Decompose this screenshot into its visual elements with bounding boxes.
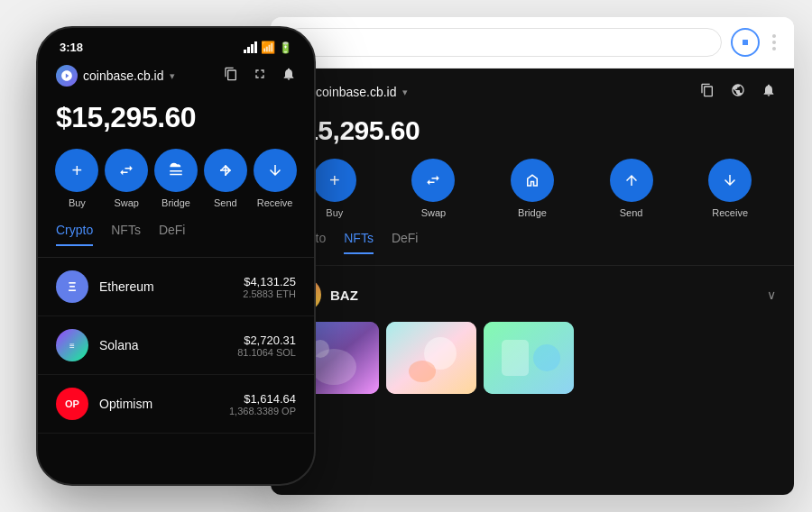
browser-bridge-action[interactable]: Bridge	[511, 159, 554, 218]
account-name: coinbase.cb.id	[83, 69, 164, 83]
browser-buy-circle[interactable]: +	[313, 159, 356, 202]
asset-list: Ξ Ethereum $4,131.25 2.5883 ETH ≡ Solana…	[38, 258, 314, 484]
solana-usd: $2,720.31	[237, 334, 296, 347]
browser-receive-action[interactable]: Receive	[708, 159, 752, 218]
receive-label: Receive	[257, 197, 293, 208]
bridge-circle[interactable]	[154, 149, 198, 192]
optimism-usd: $1,614.64	[229, 392, 296, 406]
solana-icon: ≡	[56, 329, 88, 361]
account-avatar	[56, 65, 78, 87]
buy-action[interactable]: + Buy	[55, 149, 98, 208]
browser-bridge-label: Bridge	[518, 207, 547, 218]
scene: 3:18 📶 🔋 c	[18, 17, 794, 495]
bridge-action[interactable]: Bridge	[154, 149, 198, 208]
dot1	[772, 34, 776, 38]
browser-chrome	[271, 17, 794, 69]
browser-tab-nfts[interactable]: NFTs	[344, 231, 374, 254]
browser-receive-circle[interactable]	[708, 159, 752, 202]
dot3	[772, 47, 776, 50]
expand-icon[interactable]	[253, 67, 267, 85]
browser-send-action[interactable]: Send	[610, 159, 653, 218]
browser-globe-icon[interactable]	[731, 83, 745, 101]
mobile-phone: 3:18 📶 🔋 c	[36, 26, 316, 486]
optimism-icon: OP	[56, 388, 88, 420]
send-circle[interactable]	[204, 149, 247, 192]
balance-section: $15,295.60	[38, 97, 314, 149]
browser-app-header: coinbase.cb.id ▾	[271, 69, 794, 112]
bell-icon[interactable]	[281, 67, 296, 85]
nft-collection-name: BAZ	[330, 288, 358, 303]
tab-nfts[interactable]: NFTs	[111, 223, 141, 246]
ethereum-crypto: 2.5883 ETH	[243, 288, 296, 299]
swap-action[interactable]: Swap	[105, 149, 148, 208]
action-buttons: + Buy Swap Bridge	[38, 149, 314, 223]
browser-window: coinbase.cb.id ▾	[271, 17, 794, 495]
browser-buy-action[interactable]: + Buy	[313, 159, 356, 218]
browser-copy-icon[interactable]	[700, 83, 715, 101]
browser-bell-icon[interactable]	[761, 83, 776, 101]
balance-amount: $15,295.60	[56, 101, 296, 134]
browser-buy-label: Buy	[326, 207, 343, 218]
browser-send-circle[interactable]	[610, 159, 653, 202]
copy-icon[interactable]	[224, 67, 238, 85]
solana-crypto: 81.1064 SOL	[237, 347, 296, 358]
buy-label: Buy	[69, 197, 86, 208]
send-label: Send	[214, 197, 237, 208]
url-bar[interactable]	[285, 28, 722, 57]
browser-action-buttons: + Buy Swap Bridge	[271, 159, 794, 231]
signal-icon	[244, 41, 257, 53]
swap-circle[interactable]	[105, 149, 148, 192]
nft-collection-header[interactable]: B BAZ ∨	[289, 279, 776, 311]
buy-circle[interactable]: +	[55, 149, 98, 192]
status-icons: 📶 🔋	[244, 41, 292, 54]
phone-tabs: Crypto NFTs DeFi	[38, 223, 314, 258]
ethereum-name: Ethereum	[99, 279, 243, 294]
nft-chevron-icon[interactable]: ∨	[767, 288, 776, 302]
browser-account-name: coinbase.cb.id	[316, 85, 397, 99]
browser-content: coinbase.cb.id ▾	[271, 69, 794, 495]
browser-app: coinbase.cb.id ▾	[271, 69, 794, 495]
nft-thumbnail-3[interactable]	[484, 322, 574, 394]
browser-menu-dots[interactable]	[769, 34, 780, 50]
nft-thumbnail-2[interactable]	[386, 322, 476, 394]
ethereum-usd: $4,131.25	[243, 275, 296, 288]
svg-point-8	[409, 361, 436, 382]
bridge-label: Bridge	[161, 197, 190, 208]
time-display: 3:18	[60, 41, 83, 54]
asset-ethereum[interactable]: Ξ Ethereum $4,131.25 2.5883 ETH	[38, 258, 314, 316]
browser-swap-label: Swap	[421, 207, 447, 218]
asset-solana[interactable]: ≡ Solana $2,720.31 81.1064 SOL	[38, 316, 314, 375]
browser-send-label: Send	[620, 207, 643, 218]
browser-header-icons	[700, 83, 776, 101]
optimism-name: Optimism	[99, 397, 229, 411]
status-bar: 3:18 📶 🔋	[38, 28, 314, 61]
browser-swap-action[interactable]: Swap	[411, 159, 455, 218]
browser-dropdown-arrow: ▾	[402, 87, 408, 98]
phone-header-icons	[224, 67, 296, 85]
nft-grid	[289, 322, 776, 394]
stop-button[interactable]	[731, 28, 760, 57]
optimism-values: $1,614.64 1,368.3389 OP	[229, 392, 296, 416]
svg-point-11	[533, 344, 560, 371]
dropdown-arrow: ▾	[170, 70, 175, 82]
nft-section: B BAZ ∨	[271, 266, 794, 407]
swap-label: Swap	[114, 197, 139, 208]
solana-name: Solana	[99, 338, 237, 352]
battery-icon: 🔋	[279, 41, 292, 54]
browser-swap-circle[interactable]	[411, 159, 455, 202]
browser-tab-defi[interactable]: DeFi	[392, 231, 419, 254]
optimism-crypto: 1,368.3389 OP	[229, 406, 296, 416]
tab-crypto[interactable]: Crypto	[56, 223, 93, 246]
receive-action[interactable]: Receive	[254, 149, 297, 208]
asset-optimism[interactable]: OP Optimism $1,614.64 1,368.3389 OP	[38, 375, 314, 434]
svg-rect-10	[502, 340, 529, 376]
tab-defi[interactable]: DeFi	[159, 223, 186, 246]
browser-tabs: Crypto NFTs DeFi	[271, 231, 794, 266]
wifi-icon: 📶	[261, 41, 275, 54]
account-selector[interactable]: coinbase.cb.id ▾	[56, 65, 175, 87]
send-action[interactable]: Send	[204, 149, 247, 208]
receive-circle[interactable]	[254, 149, 297, 192]
svg-rect-0	[743, 40, 748, 45]
dot2	[772, 41, 776, 44]
browser-bridge-circle[interactable]	[511, 159, 554, 202]
